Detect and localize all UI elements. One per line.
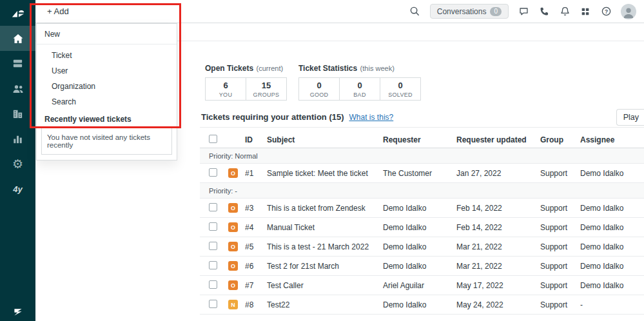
ticket-subject[interactable]: Test Caller (267, 281, 383, 290)
ticket-subject[interactable]: Test22 (267, 300, 383, 309)
group-label: Priority: - (209, 187, 237, 195)
recent-tickets-empty-message: You have not visited any tickets recentl… (41, 128, 172, 155)
ticket-subject[interactable]: Test 2 for 21st March (267, 262, 383, 271)
sidebar-item-home[interactable] (0, 26, 35, 51)
add-button[interactable]: + Add (41, 4, 75, 19)
what-is-this-link[interactable]: What is this? (349, 113, 394, 122)
group-label: Priority: Normal (209, 152, 258, 160)
grid-icon[interactable] (580, 6, 591, 17)
table-row[interactable]: O #7 Test Caller Ariel Aguilar May 17, 2… (200, 276, 644, 295)
table-row[interactable]: O #1 Sample ticket: Meet the ticket The … (200, 164, 644, 183)
row-checkbox[interactable] (209, 222, 217, 231)
ticket-subject[interactable]: Manual Ticket (267, 223, 383, 232)
sidebar-item-admin[interactable]: ⚙ (0, 151, 35, 177)
dashboard: Open Tickets (current) 6 YOU 15 GROUPS T… (200, 41, 644, 321)
table-row[interactable]: O #4 Manual Ticket Demo Idalko Feb 14, 2… (200, 218, 644, 237)
conversations-button[interactable]: Conversations 0 (430, 4, 509, 19)
row-checkbox[interactable] (209, 242, 217, 250)
gear-icon: ⚙ (12, 158, 23, 170)
topbar: + Add Conversations 0 ? (35, 0, 644, 23)
ticket-group: Support (540, 281, 580, 290)
person-icon (621, 5, 636, 19)
stat-cell[interactable]: 0 GOOD (298, 77, 340, 101)
conversations-label: Conversations (437, 7, 487, 16)
ticket-subject[interactable]: This is a test - 21 March 2022 (267, 242, 383, 251)
ticket-group: Support (540, 223, 580, 232)
dropdown-item-user[interactable]: User (37, 63, 177, 79)
organizations-icon (12, 108, 24, 120)
stat-cell[interactable]: 0 BAD (339, 77, 380, 101)
ticket-updated: Mar 21, 2022 (456, 262, 540, 271)
row-checkbox[interactable] (209, 168, 217, 177)
help-icon[interactable]: ? (600, 6, 612, 17)
attention-title: Tickets requiring your attention (15) (201, 112, 344, 122)
ticket-id: #6 (245, 262, 267, 271)
chat-icon[interactable] (518, 6, 529, 17)
views-icon (12, 57, 24, 70)
priority-group-band: Priority: - (200, 183, 644, 199)
ticket-group: Support (540, 204, 580, 213)
ticket-id: #1 (245, 169, 267, 178)
row-checkbox[interactable] (209, 203, 217, 211)
stat-cell[interactable]: 6 YOU (205, 77, 246, 101)
ticket-subject[interactable]: This is a ticket from Zendesk (267, 204, 383, 213)
sidebar-item-views[interactable] (0, 51, 35, 76)
avatar[interactable] (621, 4, 636, 19)
zendesk-logo-icon (0, 0, 35, 26)
ticket-assignee: Demo Idalko (580, 223, 644, 232)
search-icon[interactable] (409, 6, 421, 17)
ticket-updated: May 24, 2022 (456, 300, 540, 309)
sidebar-item-organizations[interactable] (0, 101, 35, 126)
ticket-subject[interactable]: Sample ticket: Meet the ticket (267, 169, 383, 178)
column-header-id[interactable]: ID (245, 135, 267, 144)
table-row[interactable]: N #8 Test22 Demo Idalko May 24, 2022 Sup… (200, 295, 644, 315)
row-checkbox[interactable] (209, 300, 217, 308)
ticket-requester: Demo Idalko (383, 204, 456, 213)
tickets-table: IDSubjectRequesterRequester updatedGroup… (200, 131, 644, 315)
dropdown-item-organization[interactable]: Organization (37, 79, 177, 94)
stat-group: Ticket Statistics (this week) 0 GOOD 0 B… (298, 62, 421, 101)
ticket-assignee: Demo Idalko (580, 204, 644, 213)
status-badge: O (228, 168, 238, 178)
stat-cell[interactable]: 15 GROUPS (246, 77, 287, 101)
app-window: ⚙ 4y + Add Conversations 0 (0, 0, 644, 321)
stat-cell[interactable]: 0 SOLVED (380, 77, 421, 101)
bell-icon[interactable] (559, 6, 571, 17)
zendesk-z-icon[interactable] (0, 307, 35, 317)
dropdown-section-recent: Recently viewed tickets (37, 110, 177, 128)
ticket-assignee: Demo Idalko (580, 281, 644, 290)
table-row[interactable]: O #6 Test 2 for 21st March Demo Idalko M… (200, 257, 644, 276)
ticket-id: #8 (245, 300, 267, 309)
status-badge: O (228, 261, 238, 271)
stat-value: 6 (223, 81, 228, 90)
table-row[interactable]: O #3 This is a ticket from Zendesk Demo … (200, 199, 644, 218)
sidebar-item-reporting[interactable] (0, 126, 35, 151)
ticket-group: Support (540, 242, 580, 251)
column-header-subject[interactable]: Subject (267, 135, 383, 144)
ticket-updated: May 17, 2022 (456, 281, 540, 290)
select-all-checkbox[interactable] (209, 135, 217, 143)
play-button[interactable]: Play (616, 109, 644, 126)
table-row[interactable]: O #5 This is a test - 21 March 2022 Demo… (200, 237, 644, 257)
row-checkbox[interactable] (209, 280, 217, 289)
sidebar-item-app[interactable]: 4y (0, 177, 35, 202)
stat-group-subtitle: (current) (257, 64, 284, 72)
stat-group: Open Tickets (current) 6 YOU 15 GROUPS (205, 62, 287, 101)
dropdown-item-search[interactable]: Search (37, 94, 177, 110)
ticket-updated: Feb 14, 2022 (456, 204, 540, 213)
phone-icon[interactable] (538, 6, 550, 17)
reporting-icon (12, 133, 24, 145)
sidebar-nav: ⚙ 4y (0, 26, 35, 202)
column-header-requester[interactable]: Requester (383, 135, 456, 144)
row-checkbox[interactable] (209, 261, 217, 269)
column-header-updated[interactable]: Requester updated (456, 135, 540, 144)
column-header-group[interactable]: Group (540, 135, 580, 144)
stat-label: BAD (353, 92, 366, 98)
sidebar: ⚙ 4y (0, 0, 35, 321)
sidebar-item-customers[interactable] (0, 76, 35, 101)
dropdown-item-ticket[interactable]: Ticket (37, 48, 177, 63)
ticket-requester: Demo Idalko (383, 262, 456, 271)
ticket-updated: Feb 14, 2022 (456, 223, 540, 232)
add-dropdown-menu: New TicketUserOrganizationSearch Recentl… (36, 23, 177, 160)
column-header-assignee[interactable]: Assignee (580, 135, 644, 144)
